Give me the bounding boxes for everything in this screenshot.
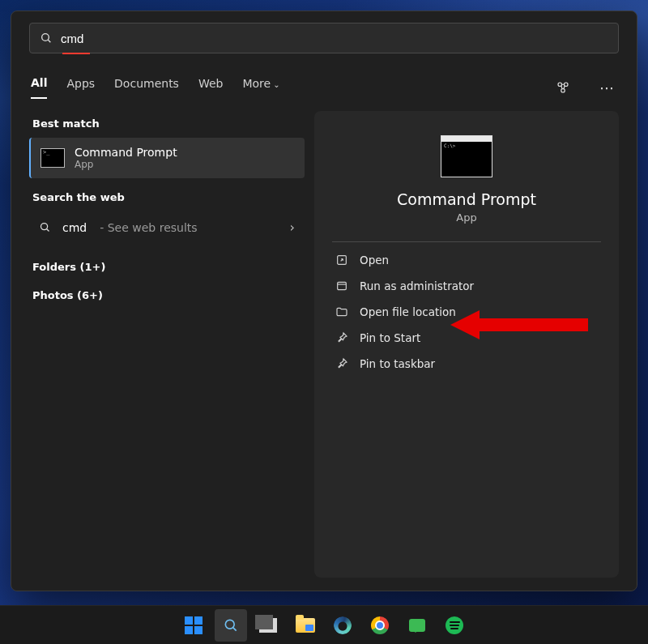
photos-result[interactable]: Photos (6+) xyxy=(29,281,305,309)
svg-point-10 xyxy=(225,620,234,629)
best-match-subtitle: App xyxy=(75,159,177,170)
shield-admin-icon xyxy=(335,279,348,292)
chevron-right-icon: › xyxy=(290,220,295,235)
web-result-suffix: - See web results xyxy=(100,221,197,234)
tab-all[interactable]: All xyxy=(31,76,47,99)
file-explorer-button[interactable] xyxy=(289,609,322,642)
action-open-file-location[interactable]: Open file location xyxy=(332,299,601,325)
svg-line-11 xyxy=(233,627,237,630)
file-explorer-icon xyxy=(296,618,315,633)
task-view-button[interactable] xyxy=(252,609,284,642)
windows-logo-icon xyxy=(185,616,202,634)
search-icon xyxy=(40,32,53,45)
divider xyxy=(332,241,601,242)
tab-documents[interactable]: Documents xyxy=(114,77,179,98)
web-result-term: cmd xyxy=(62,221,87,234)
svg-rect-8 xyxy=(338,282,347,289)
chevron-down-icon: ⌄ xyxy=(273,80,279,89)
tab-more-label: More xyxy=(242,77,271,90)
tab-apps[interactable]: Apps xyxy=(66,77,95,98)
search-icon xyxy=(39,221,51,233)
action-run-admin-label: Run as administrator xyxy=(360,279,474,292)
action-pin-to-start[interactable]: Pin to Start xyxy=(332,325,601,351)
edge-icon xyxy=(334,616,352,634)
web-result-cmd[interactable]: cmd - See web results › xyxy=(29,211,305,243)
start-button[interactable] xyxy=(177,609,210,642)
preview-subtitle: App xyxy=(456,211,476,224)
folder-icon xyxy=(335,305,348,318)
best-match-title: Command Prompt xyxy=(75,146,177,159)
svg-line-1 xyxy=(48,40,50,42)
taskbar-search-button[interactable] xyxy=(215,609,247,642)
svg-point-4 xyxy=(561,89,565,93)
action-open[interactable]: Open xyxy=(332,247,601,273)
action-pin-start-label: Pin to Start xyxy=(360,331,420,344)
search-box[interactable] xyxy=(29,23,619,53)
tab-web[interactable]: Web xyxy=(198,77,224,98)
action-open-label: Open xyxy=(360,254,389,267)
edge-button[interactable] xyxy=(326,609,359,642)
task-view-icon xyxy=(259,618,277,633)
chat-button[interactable] xyxy=(401,609,433,642)
preview-pane: Command Prompt App Open Run as administr… xyxy=(314,111,619,578)
svg-point-0 xyxy=(42,34,49,41)
search-input[interactable] xyxy=(61,32,608,45)
best-match-command-prompt[interactable]: Command Prompt App xyxy=(29,138,305,178)
taskbar xyxy=(0,605,648,644)
results-column: Best match Command Prompt App Search the… xyxy=(29,111,305,578)
command-prompt-icon xyxy=(40,148,65,168)
search-network-icon[interactable] xyxy=(551,75,575,100)
spotify-button[interactable] xyxy=(438,609,471,642)
svg-point-5 xyxy=(41,224,48,230)
best-match-heading: Best match xyxy=(32,117,305,130)
chat-icon xyxy=(409,619,425,632)
start-search-window: All Apps Documents Web More⌄ ⋯ Best matc… xyxy=(11,11,637,591)
action-open-location-label: Open file location xyxy=(360,305,456,318)
command-prompt-large-icon xyxy=(441,135,492,177)
svg-line-6 xyxy=(47,229,49,232)
chrome-icon xyxy=(371,616,389,634)
action-pin-taskbar-label: Pin to taskbar xyxy=(360,357,435,370)
search-icon xyxy=(223,617,239,633)
pin-icon xyxy=(335,331,348,344)
spotify-icon xyxy=(446,616,463,634)
search-term-underline-annotation xyxy=(62,53,90,54)
open-icon xyxy=(335,254,348,267)
tab-more[interactable]: More⌄ xyxy=(242,77,279,98)
chrome-button[interactable] xyxy=(364,609,396,642)
search-web-heading: Search the web xyxy=(32,191,305,203)
preview-title: Command Prompt xyxy=(397,190,536,208)
folders-result[interactable]: Folders (1+) xyxy=(29,253,305,281)
more-options-icon[interactable]: ⋯ xyxy=(595,75,619,100)
action-run-as-administrator[interactable]: Run as administrator xyxy=(332,273,601,299)
filter-tabs: All Apps Documents Web More⌄ ⋯ xyxy=(29,75,619,100)
action-pin-to-taskbar[interactable]: Pin to taskbar xyxy=(332,351,601,377)
pin-icon xyxy=(335,357,348,370)
